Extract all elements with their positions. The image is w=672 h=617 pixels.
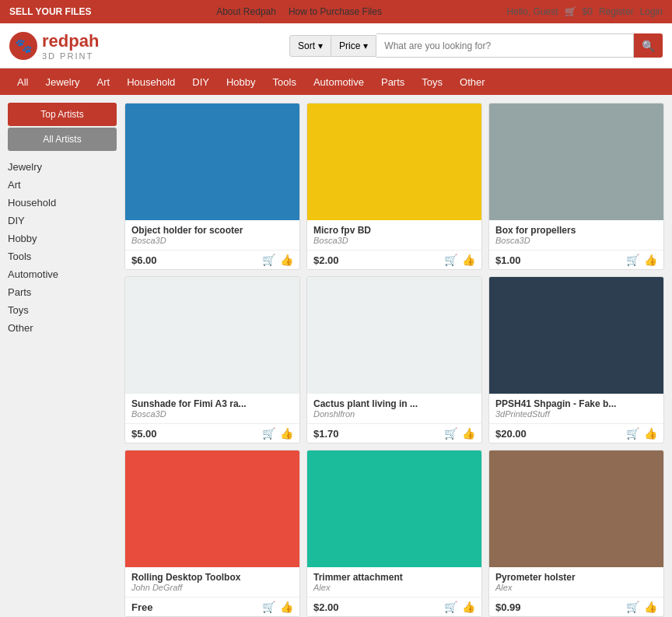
sort-button[interactable]: Sort ▾	[289, 35, 331, 57]
cart-icon[interactable]: 🛒	[565, 6, 576, 17]
product-author: Bosca3D	[313, 236, 475, 245]
logo-name[interactable]: redpah	[42, 31, 99, 51]
product-image[interactable]	[489, 450, 663, 567]
sidebar-link-parts[interactable]: Parts	[8, 284, 117, 300]
product-title[interactable]: Sunshade for Fimi A3 ra...	[131, 398, 293, 409]
product-price: $20.00	[495, 428, 527, 440]
top-artists-button[interactable]: Top Artists	[8, 103, 117, 126]
greeting-text: Hello, Guest	[507, 6, 558, 17]
product-author: Bosca3D	[131, 236, 293, 245]
nav-item-jewelry[interactable]: Jewelry	[37, 72, 87, 93]
product-card: Cactus plant living in ...Donshlfron$1.7…	[306, 276, 482, 443]
like-button[interactable]: 👍	[644, 254, 657, 266]
product-grid: Object holder for scooterBosca3D$6.00🛒👍M…	[124, 103, 664, 617]
nav-item-hobby[interactable]: Hobby	[219, 72, 264, 93]
sidebar-link-toys[interactable]: Toys	[8, 302, 117, 318]
sidebar-link-automotive[interactable]: Automotive	[8, 266, 117, 282]
product-card: Sunshade for Fimi A3 ra...Bosca3D$5.00🛒👍	[124, 276, 300, 443]
price-button[interactable]: Price ▾	[331, 35, 376, 57]
product-title[interactable]: Micro fpv BD	[313, 225, 475, 236]
product-image[interactable]	[307, 277, 481, 394]
like-button[interactable]: 👍	[280, 427, 293, 440]
about-link[interactable]: About Redpah	[216, 6, 276, 17]
sidebar-link-tools[interactable]: Tools	[8, 248, 117, 265]
add-to-cart-button[interactable]: 🛒	[444, 254, 457, 266]
nav-item-art[interactable]: Art	[89, 72, 118, 93]
product-title[interactable]: Trimmer attachment	[313, 572, 475, 583]
nav-item-household[interactable]: Household	[119, 72, 183, 93]
login-link[interactable]: Login	[640, 6, 663, 17]
like-button[interactable]: 👍	[462, 601, 475, 613]
product-card: Micro fpv BDBosca3D$2.00🛒👍	[306, 103, 482, 270]
product-author: Bosca3D	[131, 409, 293, 419]
product-image[interactable]	[307, 450, 481, 567]
product-title[interactable]: Pyrometer holster	[495, 572, 657, 583]
product-image[interactable]	[307, 103, 481, 220]
register-link[interactable]: Register	[599, 6, 634, 17]
sidebar-link-jewelry[interactable]: Jewelry	[8, 159, 117, 175]
product-title[interactable]: Object holder for scooter	[131, 225, 293, 236]
search-icon: 🔍	[642, 40, 655, 52]
add-to-cart-button[interactable]: 🛒	[444, 601, 457, 613]
all-artists-button[interactable]: All Artists	[8, 128, 117, 151]
product-price: $2.00	[313, 601, 339, 613]
search-area: Sort ▾ Price ▾ 🔍	[289, 33, 663, 58]
product-image[interactable]	[125, 103, 299, 220]
nav-bar: AllJewelryArtHouseholdDIYHobbyToolsAutom…	[0, 68, 672, 95]
add-to-cart-button[interactable]: 🛒	[626, 601, 639, 613]
logo-icon: 🐾	[9, 32, 37, 60]
product-image[interactable]	[489, 277, 663, 394]
product-price: $5.00	[131, 428, 157, 440]
price-chevron-icon: ▾	[363, 40, 368, 51]
sidebar-links: JewelryArtHouseholdDIYHobbyToolsAutomoti…	[8, 159, 117, 336]
product-image[interactable]	[489, 103, 663, 220]
sort-chevron-icon: ▾	[318, 40, 323, 51]
product-image[interactable]	[125, 277, 299, 394]
product-author: Bosca3D	[495, 236, 657, 245]
purchase-link[interactable]: How to Purchase Files	[289, 6, 382, 17]
sidebar-link-diy[interactable]: DIY	[8, 212, 117, 229]
product-card: Pyrometer holsterAlex$0.99🛒👍	[488, 450, 664, 617]
product-price: $1.00	[495, 254, 521, 266]
add-to-cart-button[interactable]: 🛒	[262, 254, 275, 266]
add-to-cart-button[interactable]: 🛒	[444, 427, 457, 440]
product-card: Rolling Desktop ToolboxJohn DeGraffFree🛒…	[124, 450, 300, 617]
add-to-cart-button[interactable]: 🛒	[262, 427, 275, 440]
nav-item-diy[interactable]: DIY	[184, 72, 217, 93]
like-button[interactable]: 👍	[280, 601, 293, 613]
like-button[interactable]: 👍	[280, 254, 293, 266]
sidebar: Top Artists All Artists JewelryArtHouseh…	[8, 103, 117, 617]
product-title[interactable]: PPSH41 Shpagin - Fake b...	[495, 398, 657, 409]
search-button[interactable]: 🔍	[634, 33, 663, 58]
product-author: Donshlfron	[313, 409, 475, 419]
product-price: $6.00	[131, 254, 157, 266]
product-title[interactable]: Cactus plant living in ...	[313, 398, 475, 409]
product-image[interactable]	[125, 450, 299, 567]
header: 🐾 redpah 3D PRINT Sort ▾ Price ▾ 🔍	[0, 23, 672, 68]
sell-files-label[interactable]: SELL YOUR FILES	[9, 6, 92, 17]
sidebar-link-hobby[interactable]: Hobby	[8, 230, 117, 247]
product-title[interactable]: Box for propellers	[495, 225, 657, 236]
nav-item-toys[interactable]: Toys	[414, 72, 450, 93]
search-input[interactable]	[376, 33, 634, 58]
top-bar: SELL YOUR FILES About Redpah How to Purc…	[0, 0, 672, 23]
nav-item-tools[interactable]: Tools	[265, 72, 304, 93]
like-button[interactable]: 👍	[462, 254, 475, 266]
product-card: Trimmer attachmentAlex$2.00🛒👍	[306, 450, 482, 617]
product-title[interactable]: Rolling Desktop Toolbox	[131, 572, 293, 583]
nav-item-all[interactable]: All	[9, 72, 36, 93]
nav-item-automotive[interactable]: Automotive	[306, 72, 372, 93]
nav-item-parts[interactable]: Parts	[373, 72, 412, 93]
nav-item-other[interactable]: Other	[452, 72, 493, 93]
like-button[interactable]: 👍	[644, 601, 657, 613]
product-author: John DeGraff	[131, 583, 293, 592]
like-button[interactable]: 👍	[644, 427, 657, 440]
add-to-cart-button[interactable]: 🛒	[626, 427, 639, 440]
like-button[interactable]: 👍	[462, 427, 475, 440]
add-to-cart-button[interactable]: 🛒	[262, 601, 275, 613]
sidebar-link-household[interactable]: Household	[8, 195, 117, 211]
sidebar-link-art[interactable]: Art	[8, 177, 117, 193]
sidebar-link-other[interactable]: Other	[8, 320, 117, 336]
logo-sub: 3D PRINT	[42, 51, 99, 61]
add-to-cart-button[interactable]: 🛒	[626, 254, 639, 266]
